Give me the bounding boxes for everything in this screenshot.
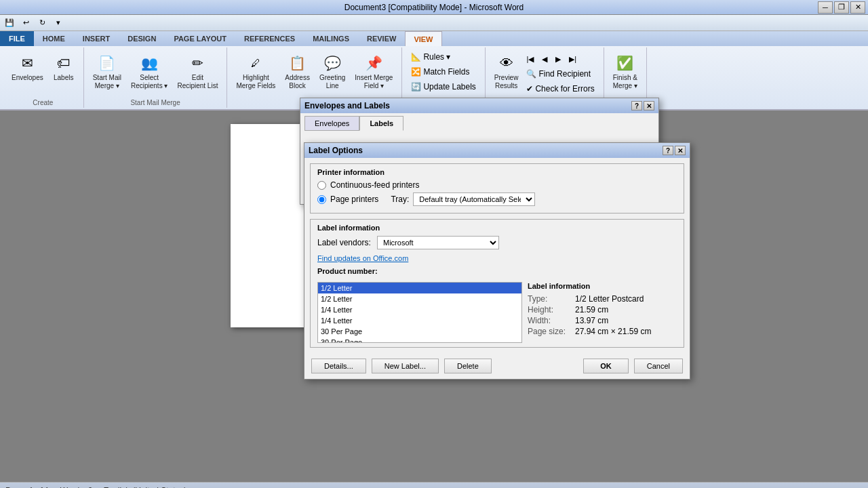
select-recipients-btn[interactable]: 👥 SelectRecipients ▾ [127,50,171,92]
continuous-feed-label: Continuous-feed printers [330,180,419,190]
label-options-dialog[interactable]: Label Options ? ✕ Printer information Co… [304,142,690,380]
restore-btn[interactable]: ❐ [834,1,849,14]
address-block-label: AddressBlock [285,74,310,90]
type-row: Type: 1/2 Letter Postcard [528,294,677,304]
insert-merge-field-btn[interactable]: 📌 Insert MergeField ▾ [351,50,396,92]
edit-recipient-list-btn[interactable]: ✏ EditRecipient List [174,50,221,92]
word-count: Words: 0 [60,486,93,489]
rules-items: 📐 Rules ▾ 🔀 Match Fields 🔄 Update Labels [408,50,479,94]
new-label-btn[interactable]: New Label... [372,359,439,373]
tray-label: Tray: [391,195,409,204]
ribbon-group-start-mail-merge: 📄 Start MailMerge ▾ 👥 SelectRecipients ▾… [84,47,228,108]
tab-file[interactable]: FILE [0,31,34,46]
minimize-btn[interactable]: ─ [818,1,833,14]
vendor-select[interactable]: Microsoft [377,236,499,249]
find-updates-link[interactable]: Find updates on Office.com [317,254,408,262]
greeting-line-btn[interactable]: 💬 GreetingLine [316,50,349,92]
product-list-container: 1/2 Letter 1/2 Letter 1/4 Letter 1/4 Let… [317,282,677,343]
start-mail-merge-group-label: Start Mail Merge [130,99,180,106]
highlight-merge-fields-btn[interactable]: 🖊 HighlightMerge Fields [233,50,279,92]
envelopes-btn[interactable]: ✉ Envelopes [8,50,47,84]
type-key: Type: [528,294,575,304]
label-help-btn[interactable]: ? [663,146,673,155]
highlight-merge-fields-icon: 🖊 [245,52,267,74]
start-mail-merge-btn[interactable]: 📄 Start MailMerge ▾ [90,50,125,92]
env-labels-tab[interactable]: Labels [359,116,403,131]
labels-label: Labels [54,74,73,82]
tab-view[interactable]: VIEW [405,31,441,46]
customize-btn[interactable]: ▾ [52,17,65,29]
update-labels-label: Update Labels [423,82,475,92]
close-btn[interactable]: ✕ [850,1,865,14]
next-record-btn[interactable]: ▶ [552,53,564,66]
preview-results-icon: 👁 [496,52,517,74]
product-number-row: Product number: [317,267,677,279]
finish-merge-icon: ✅ [614,52,636,74]
width-val: 13.97 cm [575,316,608,325]
label-close-btn[interactable]: ✕ [675,146,686,155]
label-options-controls: ? ✕ [663,146,686,155]
env-labels-titlebar: Envelopes and Labels ? ✕ [300,98,658,113]
page-printers-radio[interactable] [317,195,326,204]
product-item-4[interactable]: 30 Per Page [318,326,521,337]
printer-info-section: Printer information Continuous-feed prin… [310,163,684,214]
product-item-1[interactable]: 1/2 Letter [318,293,521,304]
find-recipient-btn[interactable]: 🔍 Find Recipient [523,67,597,81]
quick-access-toolbar: 💾 ↩ ↻ ▾ [0,15,868,31]
delete-btn[interactable]: Delete [444,359,492,373]
tab-home[interactable]: HOME [34,31,74,46]
match-fields-btn[interactable]: 🔀 Match Fields [408,65,473,79]
type-val: 1/2 Letter Postcard [575,294,644,304]
write-insert-items: 🖊 HighlightMerge Fields 📋 AddressBlock 💬… [233,50,396,92]
tab-insert[interactable]: INSERT [74,31,119,46]
preview-results-btn[interactable]: 👁 PreviewResults [491,50,522,92]
page-printers-row: Page printers Tray: Default tray (Automa… [317,192,677,206]
redo-btn[interactable]: ↻ [35,17,49,29]
product-item-5[interactable]: 30 Per Page [318,337,521,343]
product-item-0[interactable]: 1/2 Letter [318,283,521,293]
match-fields-icon: 🔀 [411,67,421,77]
finish-merge-btn[interactable]: ✅ Finish &Merge ▾ [610,50,641,92]
left-buttons: Details... New Label... Delete [311,359,492,373]
last-record-btn[interactable]: ▶| [566,53,580,66]
edit-recipient-list-icon: ✏ [186,52,208,74]
check-errors-btn[interactable]: ✔ Check for Errors [523,82,597,96]
address-block-icon: 📋 [287,52,309,74]
tab-mailings[interactable]: MAILINGS [304,31,358,46]
create-group-label: Create [33,99,53,106]
product-listbox[interactable]: 1/2 Letter 1/2 Letter 1/4 Letter 1/4 Let… [317,282,522,343]
tray-select[interactable]: Default tray (Automatically Select) [413,192,535,206]
tab-page-layout[interactable]: PAGE LAYOUT [165,31,235,46]
product-item-2[interactable]: 1/4 Letter [318,304,521,315]
rules-btn[interactable]: 📐 Rules ▾ [408,50,454,64]
tab-references[interactable]: REFERENCES [235,31,304,46]
env-tab-bar: Envelopes Labels [300,113,658,131]
tab-review[interactable]: REVIEW [358,31,405,46]
start-mail-merge-label: Start MailMerge ▾ [93,74,121,90]
undo-btn[interactable]: ↩ [19,17,33,29]
create-items: ✉ Envelopes 🏷 Labels [8,50,78,84]
labels-btn[interactable]: 🏷 Labels [50,50,78,84]
env-envelopes-tab[interactable]: Envelopes [304,116,359,131]
label-cancel-btn[interactable]: Cancel [634,359,683,373]
width-key: Width: [528,316,575,325]
save-btn[interactable]: 💾 [3,17,16,29]
label-details-box: Label information Type: 1/2 Letter Postc… [528,282,677,343]
ribbon-group-create: ✉ Envelopes 🏷 Labels Create [3,47,84,108]
prev-record-btn[interactable]: ◀ [538,53,551,66]
details-btn[interactable]: Details... [311,359,366,373]
find-recipient-label: Find Recipient [538,69,591,79]
update-labels-btn[interactable]: 🔄 Update Labels [408,80,479,94]
continuous-feed-radio[interactable] [317,181,326,190]
finish-merge-label: Finish &Merge ▾ [613,74,637,90]
tray-dropdown: Default tray (Automatically Select) [413,192,535,206]
width-row: Width: 13.97 cm [528,316,677,325]
product-item-3[interactable]: 1/4 Letter [318,315,521,326]
rules-label: Rules ▾ [423,52,450,62]
env-help-btn[interactable]: ? [631,101,642,110]
env-close-btn[interactable]: ✕ [644,101,654,110]
tab-design[interactable]: DESIGN [119,31,165,46]
first-record-btn[interactable]: |◀ [523,53,537,66]
address-block-btn[interactable]: 📋 AddressBlock [281,50,313,92]
ok-btn[interactable]: OK [583,359,629,373]
